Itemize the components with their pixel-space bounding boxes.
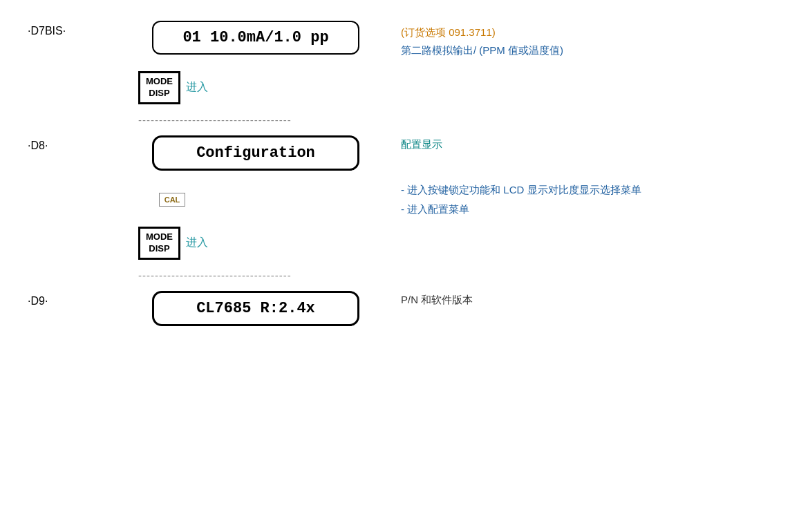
- d8-label: ·D8·: [28, 135, 138, 152]
- d7bis-label: ·D7BIS·: [28, 21, 138, 37]
- mode-disp-button-1[interactable]: MODE DISP: [138, 71, 180, 104]
- mode-disp-line1-2: MODE: [146, 231, 173, 243]
- d8-section: ·D8· Configuration 配置显示: [28, 135, 762, 171]
- d9-desc: P/N 和软件版本: [373, 291, 762, 307]
- mode-disp-line1: MODE: [146, 76, 173, 88]
- d9-desc-line1: P/N 和软件版本: [401, 294, 762, 307]
- divider-1: -------------------------------------: [138, 114, 762, 126]
- mode-disp-row-2: MODE DISP 进入: [28, 227, 762, 260]
- d8-display-box: Configuration: [152, 135, 359, 171]
- cal-row: CAL - 进入按键锁定功能和 LCD 显示对比度显示选择菜单 - 进入配置菜单: [28, 180, 762, 220]
- mode-disp-button-2[interactable]: MODE DISP: [138, 227, 180, 260]
- d8-desc-line1: 配置显示: [401, 138, 762, 151]
- d9-label: ·D9·: [28, 291, 138, 307]
- enter-label-1: 进入: [186, 80, 208, 95]
- d7bis-desc-line1: (订货选项 091.3711): [401, 23, 762, 41]
- cal-desc-area: - 进入按键锁定功能和 LCD 显示对比度显示选择菜单 - 进入配置菜单: [373, 180, 762, 220]
- d9-display-col: CL7685 R:2.4x: [138, 291, 373, 326]
- d7bis-section: ·D7BIS· 01 10.0mA/1.0 pp (订货选项 091.3711)…: [28, 21, 762, 59]
- d7bis-desc-line2: 第二路模拟输出/ (PPM 值或温度值): [401, 41, 762, 59]
- mode-disp-line2: DISP: [146, 88, 173, 99]
- d9-display-box: CL7685 R:2.4x: [152, 291, 359, 326]
- cal-desc-line1: - 进入按键锁定功能和 LCD 显示对比度显示选择菜单: [401, 180, 762, 200]
- divider-2: -------------------------------------: [138, 269, 762, 281]
- d7bis-desc: (订货选项 091.3711) 第二路模拟输出/ (PPM 值或温度值): [373, 21, 762, 59]
- d9-section: ·D9· CL7685 R:2.4x P/N 和软件版本: [28, 291, 762, 326]
- d8-display-col: Configuration: [138, 135, 373, 171]
- mode-disp-row-1: MODE DISP 进入: [28, 71, 762, 104]
- cal-button[interactable]: CAL: [159, 193, 185, 207]
- d8-desc: 配置显示: [373, 135, 762, 151]
- d7bis-display-col: 01 10.0mA/1.0 pp: [138, 21, 373, 55]
- cal-desc-line2: - 进入配置菜单: [401, 200, 762, 220]
- page-container: ·D7BIS· 01 10.0mA/1.0 pp (订货选项 091.3711)…: [0, 0, 790, 354]
- d7bis-display-box: 01 10.0mA/1.0 pp: [152, 21, 359, 55]
- mode-disp-line2-2: DISP: [146, 243, 173, 255]
- enter-label-2: 进入: [186, 236, 208, 250]
